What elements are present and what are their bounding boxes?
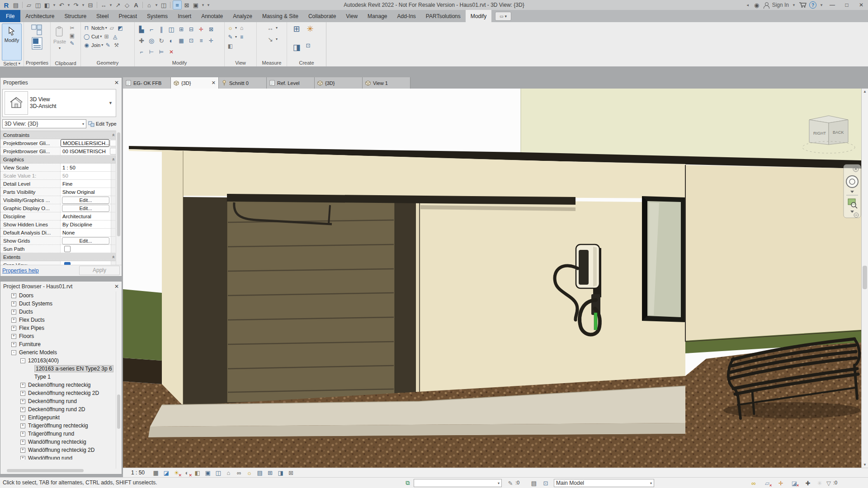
edit-type-button[interactable]: Edit Type: [88, 119, 121, 128]
detail-level-icon[interactable]: ▦: [152, 469, 160, 477]
lightbulb-icon[interactable]: ☼: [226, 24, 234, 32]
redo-caret-icon[interactable]: ▾: [81, 1, 85, 9]
temporary-hide-isolate-icon[interactable]: ∞: [235, 469, 243, 477]
view-tab-ref-level[interactable]: Ref. Level: [267, 77, 315, 89]
text-icon[interactable]: A: [132, 1, 140, 9]
trim-extend-icon[interactable]: ≡: [198, 37, 205, 44]
cutaway-lines-icon[interactable]: ≡: [238, 33, 245, 41]
tree-item-deckenoeffnung-rechteckig[interactable]: +Deckenöffnung rechteckig: [0, 381, 116, 389]
pin-icon[interactable]: ✛: [208, 37, 215, 44]
view-tab-view-1[interactable]: View 1: [363, 77, 410, 89]
tab-file[interactable]: File: [0, 10, 20, 22]
viewport-scrollbar-thumb[interactable]: [863, 266, 867, 289]
tab-add-ins[interactable]: Add-Ins: [392, 10, 420, 22]
property-value-field[interactable]: MODELLIERSICH...: [61, 139, 109, 147]
expand-icon[interactable]: +: [20, 407, 25, 412]
section-constraints[interactable]: Constraints»: [0, 131, 117, 139]
project-browser-vscrollbar[interactable]: [116, 291, 121, 471]
tree-item-flex-pipes[interactable]: +Flex Pipes: [0, 324, 116, 332]
sun-path-icon[interactable]: ☀✕: [173, 469, 180, 477]
selection-filter-icon[interactable]: ▽: [825, 479, 833, 487]
property-value-field[interactable]: None: [60, 229, 111, 236]
offset-copy-icon[interactable]: ⊟: [188, 26, 195, 33]
tab-massing-site[interactable]: Massing & Site: [257, 10, 303, 22]
expand-icon[interactable]: +: [20, 399, 25, 404]
copy-to-clipboard-icon[interactable]: ▣: [68, 32, 76, 39]
join-tool[interactable]: ◉Join▾✎⚒: [83, 41, 120, 49]
split-element-icon[interactable]: ∥: [157, 25, 166, 33]
copy-icon[interactable]: ◎: [147, 37, 156, 45]
tree-item-deckenoeffnung-rund-2d[interactable]: +Deckenöffnung rund 2D: [0, 405, 116, 413]
print-icon[interactable]: ⊟: [86, 1, 94, 9]
select-underlay-toggle[interactable]: ▱✕: [763, 479, 771, 487]
move-icon[interactable]: ✚: [137, 37, 146, 45]
expand-icon[interactable]: +: [11, 334, 16, 339]
expand-icon[interactable]: +: [11, 326, 16, 331]
section-extents[interactable]: Extents»: [0, 253, 117, 261]
tree-item-furniture[interactable]: +Furniture: [0, 340, 116, 348]
tab-insert[interactable]: Insert: [173, 10, 196, 22]
expand-icon[interactable]: +: [20, 432, 25, 436]
edit-button[interactable]: Edit...: [62, 237, 109, 244]
save-icon[interactable]: ◫: [34, 1, 42, 9]
scale-icon[interactable]: ⊡: [188, 37, 195, 44]
tree-item-duct-systems[interactable]: +Duct Systems: [0, 300, 116, 308]
expand-icon[interactable]: +: [20, 391, 25, 396]
tab-precast[interactable]: Precast: [113, 10, 142, 22]
expand-icon[interactable]: +: [20, 440, 25, 445]
visual-style-icon[interactable]: ◪: [162, 469, 170, 477]
tree-item-generic-models[interactable]: -Generic Models: [0, 348, 116, 357]
expand-icon[interactable]: +: [20, 415, 25, 420]
open-icon[interactable]: ▱: [25, 1, 33, 9]
minimize-button[interactable]: —: [826, 0, 838, 9]
project-browser-hscrollbar[interactable]: [0, 469, 116, 473]
design-options-icon[interactable]: ▤: [530, 479, 538, 487]
help-caret-icon[interactable]: ▾: [819, 1, 824, 9]
select-pinned-toggle[interactable]: ✛: [777, 479, 785, 487]
steel-element-icon[interactable]: ◧: [226, 42, 234, 50]
view-cube-back-face[interactable]: BACK: [833, 130, 844, 135]
demolish-icon[interactable]: ⊞: [103, 33, 110, 40]
modify-tool-button[interactable]: Modify: [2, 23, 22, 61]
tree-item-ducts[interactable]: +Ducts: [0, 308, 116, 316]
tab-modify[interactable]: Modify: [466, 10, 491, 22]
cut-tool[interactable]: ◯Cut▾⊞◬: [83, 32, 119, 41]
cope-icon[interactable]: ▱: [108, 24, 116, 32]
switch-windows-caret-icon[interactable]: ▾: [201, 1, 205, 9]
expand-icon[interactable]: +: [11, 293, 16, 298]
edit-button[interactable]: Edit...: [62, 205, 109, 212]
panel-select-label[interactable]: Select▾: [0, 61, 24, 66]
background-processes-icon[interactable]: ✳: [816, 479, 824, 487]
tree-item-floors[interactable]: +Floors: [0, 332, 116, 340]
linework-brush-icon[interactable]: ✎: [226, 33, 234, 41]
tab-collaborate[interactable]: Collaborate: [303, 10, 341, 22]
type-selector[interactable]: 3D View 3D-Ansicht ▼: [2, 89, 116, 117]
tree-item-traegeroeffnung-rund[interactable]: +Trägeröffnung rund: [0, 430, 116, 438]
scale-control[interactable]: 1 : 50: [131, 469, 145, 476]
tree-item-flex-ducts[interactable]: +Flex Ducts: [0, 316, 116, 324]
family-types-icon[interactable]: [31, 24, 43, 35]
tree-item-120163-a-series[interactable]: 120163 a-series EN Type2 3p 6: [0, 365, 116, 373]
view-tab-schnitt-0[interactable]: Schnitt 0: [219, 77, 267, 89]
match-type-icon[interactable]: ✎: [68, 40, 76, 47]
measure-between-icon[interactable]: ↘: [266, 35, 275, 43]
reveal-constraints-icon[interactable]: ⊠: [287, 469, 295, 477]
view-caret-icon[interactable]: ▾: [154, 1, 159, 9]
tab-systems[interactable]: Systems: [142, 10, 173, 22]
expand-icon[interactable]: +: [11, 310, 16, 314]
view-tab-3d-active[interactable]: {3D} ✕: [171, 77, 219, 89]
select-by-face-toggle[interactable]: ◪✕: [790, 479, 798, 487]
view-cube-right-face[interactable]: RIGHT: [813, 131, 826, 136]
tag-icon[interactable]: ◇: [123, 1, 131, 9]
tree-item-type-1[interactable]: Type 1: [0, 373, 116, 381]
section-graphics[interactable]: Graphics»: [0, 155, 117, 164]
collapse-chevron-icon[interactable]: »: [110, 255, 116, 258]
ruler-icon[interactable]: ↔: [266, 24, 275, 32]
scroll-down-icon[interactable]: ▼: [862, 463, 868, 467]
steering-wheel-icon[interactable]: [846, 176, 858, 188]
close-project-browser-icon[interactable]: ✕: [114, 283, 119, 290]
delete-icon[interactable]: ✕: [168, 48, 175, 56]
thin-lines-icon[interactable]: ≡: [173, 0, 182, 9]
collapse-icon[interactable]: -: [11, 350, 16, 355]
tree-item-120163-400[interactable]: -120163(400): [0, 357, 116, 365]
